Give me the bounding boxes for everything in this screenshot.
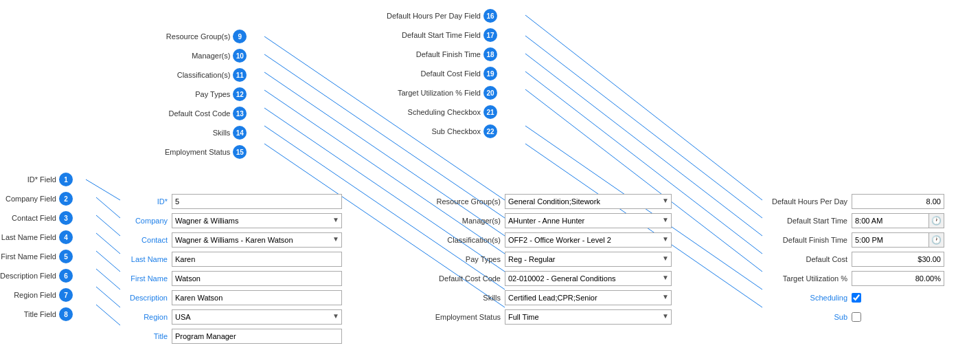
label-sub-checkbox: Sub Checkbox 22 xyxy=(387,122,500,140)
default-start-input[interactable] xyxy=(852,213,929,228)
svg-line-15 xyxy=(525,15,762,200)
id-input[interactable] xyxy=(172,194,342,209)
firstname-label: First Name xyxy=(120,274,172,283)
pay-types-form-label: Pay Types xyxy=(426,255,505,263)
svg-line-16 xyxy=(525,36,762,218)
region-field-row: Region ▼ xyxy=(120,308,342,326)
pay-types-input[interactable] xyxy=(505,252,672,267)
mid-form-section: Resource Group(s) ▼ Manager(s) ▼ Classif… xyxy=(426,193,672,327)
employment-status-row: Employment Status ▼ xyxy=(426,308,672,326)
label-managers: Manager(s) 10 xyxy=(165,47,249,65)
region-input[interactable] xyxy=(172,309,342,325)
title-label: Title xyxy=(120,332,172,340)
description-input[interactable] xyxy=(172,290,342,305)
default-hours-form-label: Default Hours Per Day xyxy=(762,197,852,206)
svg-line-1 xyxy=(96,197,120,218)
classifications-form-label: Classification(s) xyxy=(426,236,505,244)
firstname-input[interactable] xyxy=(172,271,342,286)
default-cost-input[interactable] xyxy=(852,252,944,267)
label-default-cost-field: Default Cost Field 19 xyxy=(387,65,500,83)
scheduling-checkbox[interactable] xyxy=(852,293,861,303)
label-company-field: Company Field 2 xyxy=(0,190,76,208)
clock-icon-start[interactable]: 🕐 xyxy=(929,213,944,228)
classifications-input[interactable] xyxy=(505,232,672,248)
label-lastname-field: Last Name Field 4 xyxy=(0,228,76,246)
resource-group-form-label: Resource Group(s) xyxy=(426,197,505,206)
svg-line-2 xyxy=(96,215,120,236)
default-cost-code-form-label: Default Cost Code xyxy=(426,274,505,283)
region-label: Region xyxy=(120,313,172,321)
default-start-form-label: Default Start Time xyxy=(762,217,852,225)
label-title-field: Title Field 8 xyxy=(0,305,76,323)
label-description-field: Description Field 6 xyxy=(0,267,76,285)
label-region-field: Region Field 7 xyxy=(0,286,76,304)
target-util-form-label: Target Utilization % xyxy=(762,274,852,283)
default-cost-code-row: Default Cost Code ▼ xyxy=(426,270,672,287)
svg-line-4 xyxy=(96,251,120,272)
label-id-field: ID* Field 1 xyxy=(0,171,76,188)
lastname-label: Last Name xyxy=(120,255,172,263)
skills-form-label: Skills xyxy=(426,294,505,302)
label-default-start-field: Default Start Time Field 17 xyxy=(387,26,500,44)
employment-status-form-label: Employment Status xyxy=(426,313,505,321)
id-label: ID* xyxy=(120,197,172,206)
managers-input[interactable] xyxy=(505,213,672,228)
label-default-finish-field: Default Finish Time 18 xyxy=(387,45,500,63)
managers-row: Manager(s) ▼ xyxy=(426,212,672,230)
label-classifications: Classification(s) 11 xyxy=(165,66,249,84)
default-finish-input-group: 🕐 xyxy=(852,232,944,248)
right-field-labels: Default Hours Per Day Field 16 Default S… xyxy=(387,7,500,142)
label-resource-group: Resource Group(s) 9 xyxy=(165,28,249,45)
title-input[interactable] xyxy=(172,329,342,344)
employment-status-input[interactable] xyxy=(505,309,672,325)
contact-field-row: Contact ▼ xyxy=(120,231,342,249)
description-field-row: Description xyxy=(120,289,342,307)
target-util-row: Target Utilization % xyxy=(762,270,944,287)
lastname-input[interactable] xyxy=(172,252,342,267)
sub-form-label: Sub xyxy=(762,313,852,321)
scheduling-form-label: Scheduling xyxy=(762,294,852,302)
target-util-input[interactable] xyxy=(852,271,944,286)
label-scheduling-checkbox: Scheduling Checkbox 21 xyxy=(387,103,500,121)
resource-group-row: Resource Group(s) ▼ xyxy=(426,193,672,210)
pay-types-row: Pay Types ▼ xyxy=(426,250,672,268)
default-finish-form-label: Default Finish Time xyxy=(762,236,852,244)
clock-icon-finish[interactable]: 🕐 xyxy=(929,232,944,248)
contact-input[interactable] xyxy=(172,232,342,248)
mid-field-labels: Resource Group(s) 9 Manager(s) 10 Classi… xyxy=(165,28,249,162)
svg-line-0 xyxy=(86,179,120,200)
lastname-field-row: Last Name xyxy=(120,250,342,268)
managers-form-label: Manager(s) xyxy=(426,217,505,225)
firstname-field-row: First Name xyxy=(120,270,342,287)
title-field-row: Title xyxy=(120,327,342,345)
company-input[interactable] xyxy=(172,213,342,228)
skills-input[interactable] xyxy=(505,290,672,305)
default-cost-form-label: Default Cost xyxy=(762,255,852,263)
label-employment-status: Employment Status 15 xyxy=(165,143,249,161)
company-field-row: Company ▼ xyxy=(120,212,342,230)
label-contact-field: Contact Field 3 xyxy=(0,209,76,227)
svg-line-7 xyxy=(96,305,120,325)
description-label: Description xyxy=(120,294,172,302)
default-hours-row: Default Hours Per Day xyxy=(762,193,944,210)
skills-row: Skills ▼ xyxy=(426,289,672,307)
svg-line-6 xyxy=(96,287,120,307)
label-default-cost-code: Default Cost Code 13 xyxy=(165,105,249,122)
default-hours-input[interactable] xyxy=(852,194,944,209)
right-form-section: Default Hours Per Day Default Start Time… xyxy=(762,193,944,327)
default-cost-row: Default Cost xyxy=(762,250,944,268)
resource-group-input[interactable] xyxy=(505,194,672,209)
contact-label: Contact xyxy=(120,236,172,244)
default-finish-row: Default Finish Time 🕐 xyxy=(762,231,944,249)
scheduling-row: Scheduling xyxy=(762,289,944,307)
svg-line-3 xyxy=(96,233,120,254)
default-start-input-group: 🕐 xyxy=(852,213,944,228)
basic-form-section: ID* Company ▼ Contact ▼ Last Name First xyxy=(120,193,342,347)
default-start-row: Default Start Time 🕐 xyxy=(762,212,944,230)
default-cost-code-input[interactable] xyxy=(505,271,672,286)
sub-checkbox[interactable] xyxy=(852,312,861,322)
company-label: Company xyxy=(120,217,172,225)
id-field-row: ID* xyxy=(120,193,342,210)
label-pay-types: Pay Types 12 xyxy=(165,85,249,103)
default-finish-input[interactable] xyxy=(852,232,929,248)
